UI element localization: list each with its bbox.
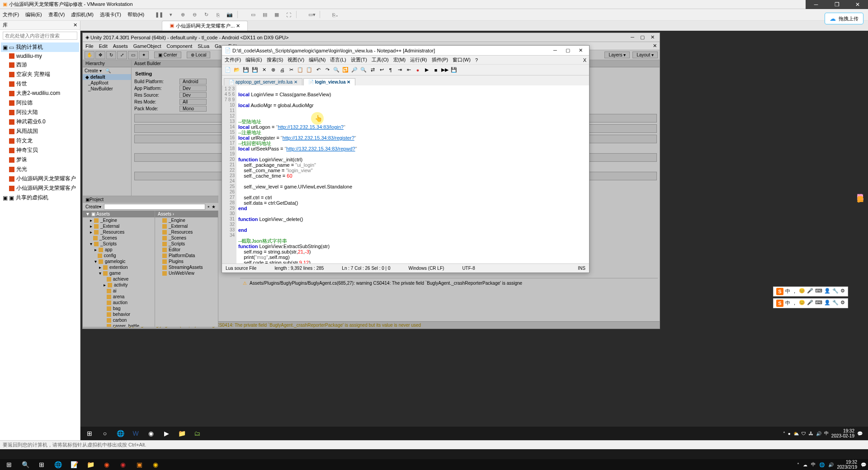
folder-item[interactable]: ▾game [83,270,155,276]
ime-icon[interactable]: ⚙ [840,300,845,307]
zoom-in-icon[interactable]: 🔎 [350,66,359,74]
unity-minimize-button[interactable]: ─ [628,34,637,40]
rotate-tool-icon[interactable]: ↻ [106,51,116,59]
npp-menu-window[interactable]: 窗口(W) [453,56,471,63]
chars-icon[interactable]: ¶ [387,66,395,74]
copy-icon[interactable]: 📋 [296,66,304,74]
tray-volume-icon[interactable]: 🔊 [828,462,834,467]
unity-menu-close[interactable]: ✕ [653,43,657,49]
folder-item[interactable]: config [83,253,155,258]
tray-network-icon[interactable]: 🖧 [809,431,813,436]
toolbar-icon[interactable]: ▾ [167,11,175,19]
ime-icon[interactable]: 🎤 [807,288,813,295]
toolbar-icon[interactable]: ▭▾ [308,11,316,19]
redo-icon[interactable]: ↷ [323,66,331,74]
hierarchy-item[interactable]: _NavBuilder [83,86,131,92]
host-clock-time[interactable]: 19:32 [837,460,858,465]
ime-icon[interactable]: 🎤 [807,300,813,307]
npp-menu-settings[interactable]: 设置(T) [351,56,367,63]
menu-view[interactable]: 查看(V) [48,11,65,18]
folder-item[interactable]: achieve [83,276,155,282]
menu-edit[interactable]: 编辑(E) [25,11,42,18]
unity-maximize-button[interactable]: ▢ [638,34,647,40]
ime-row[interactable]: S 中 ， 😊 🎤 ⌨ 👤 🔧 ⚙ [773,287,848,296]
npp-menu-tools[interactable]: 工具(O) [372,56,389,63]
outdent-icon[interactable]: ⇤ [405,66,413,74]
toolbar-icon[interactable]: ▦ [273,11,281,19]
res-mode-select[interactable]: All [179,99,207,105]
hierarchy-item[interactable]: _AppRoot [83,80,131,86]
print-icon[interactable]: 🖨 [278,66,286,74]
menu-help[interactable]: 帮助(H) [127,11,144,18]
layers-dropdown[interactable]: Layers ▾ [604,52,630,58]
toolbar-icon[interactable]: ↻ [202,11,210,19]
npp-menu-encoding[interactable]: 编码(N) [309,56,326,63]
ime-icon[interactable]: 🔧 [832,300,839,307]
library-close-icon[interactable]: ✕ [73,22,77,28]
ime-icon[interactable]: ⌨ [815,288,822,295]
app-icon[interactable]: ◉ [116,459,130,470]
app-icon[interactable]: ◉ [99,459,114,470]
guest-clock-time[interactable]: 19:32 [831,428,854,433]
host-clock-date[interactable]: 2023/2/19 [837,465,858,470]
toolbar-icon[interactable]: ⊖ [190,11,198,19]
code-content[interactable]: local LoginView = Class(game.BaseView) l… [236,85,589,263]
paste-icon[interactable]: 📋 [305,66,313,74]
save-macro-icon[interactable]: 💾 [450,66,458,74]
pause-icon[interactable]: ❚❚ [155,11,163,19]
npp-menu-language[interactable]: 语言(L) [330,56,346,63]
npp-menu-search[interactable]: 搜索(S) [267,56,283,63]
cloud-upload-widget[interactable]: ☁ 拖拽上传 [825,13,863,24]
toolbar-icon[interactable]: ⊕ [179,11,187,19]
folder-item[interactable]: carbon [83,317,155,323]
npp-close-button[interactable]: ✕ [575,47,586,53]
npp-menu-run[interactable]: 运行(R) [410,56,427,63]
npp-minimize-button[interactable]: ─ [549,47,561,53]
res-source-select[interactable]: Dev [179,92,207,98]
library-search-input[interactable] [3,32,77,40]
task-view-icon[interactable]: ⊞ [34,459,49,470]
folder-item[interactable]: auction [83,300,155,306]
npp-title-bar[interactable]: 📄 D:\tl_code\Assets\_Scripts\gamelogic\g… [222,46,589,56]
tray-volume-icon[interactable]: 🔊 [816,431,821,436]
npp-maximize-button[interactable]: ▢ [562,47,574,53]
edge-icon[interactable]: 🌐 [51,459,65,470]
menu-file[interactable]: File [85,43,94,49]
space-toggle[interactable]: ⊕ Local [187,52,211,58]
folder-item[interactable]: ▸extention [83,264,155,270]
cut-icon[interactable]: ✂ [287,66,295,74]
ime-icon[interactable]: 👤 [824,288,830,295]
pivot-toggle[interactable]: ▣ Center [154,52,181,58]
windows-start-icon[interactable]: ⊞ [82,427,97,440]
folder-item[interactable]: bag [83,306,155,311]
npp-menu-help[interactable]: ? [475,57,478,63]
ime-icon[interactable]: 👤 [824,300,830,307]
menu-tabs[interactable]: 选项卡(T) [100,11,121,18]
save-all-icon[interactable]: 💾 [251,66,259,74]
tree-vm-item[interactable]: 风雨战国 [1,127,79,136]
close-button[interactable]: ✕ [847,0,868,9]
folder-item[interactable]: ai [83,288,155,294]
ime-icon[interactable]: ⌨ [815,300,822,307]
npp-menu-macro[interactable]: 宏(M) [393,56,406,63]
file-tab-apploop[interactable]: 📄 apploop_get_server_info.lua ✕ [224,78,302,85]
toolbar-icon[interactable]: ▤ [261,11,269,19]
folder-item[interactable]: career_battle [83,323,155,327]
assets-header[interactable]: ▼ ▣ Assets [83,211,155,217]
folder-item[interactable]: Plugins [155,258,218,264]
hierarchy-scene[interactable]: ◈ default [83,74,131,80]
ime-icon[interactable]: ⚙ [840,288,845,295]
folder-item[interactable]: _Scenes [155,235,218,241]
close-file-icon[interactable]: ✕ [260,66,268,74]
folder-item[interactable]: arena [83,294,155,300]
npp-menu-plugins[interactable]: 插件(P) [432,56,448,63]
toolbar-icon[interactable]: ⎘▾ [331,11,340,19]
file-tab-login-view[interactable]: 📄 login_view.lua ✕ [303,78,356,85]
npp-code-editor[interactable]: 1 2 3 4 5 6 7 8 9 10 11 12 13 14 15 16 1… [222,85,589,263]
minimize-button[interactable]: ─ [806,0,826,9]
project-create[interactable]: Create [85,204,99,209]
folder-item[interactable]: UniWebView [155,270,218,276]
notifications-icon[interactable]: 💬 [857,431,863,436]
guest-vm-screen[interactable]: ◈ Unity 2017.4.30f1 Personal (64bit) - d… [80,31,868,440]
folder-item[interactable]: _Scenes [83,235,155,241]
